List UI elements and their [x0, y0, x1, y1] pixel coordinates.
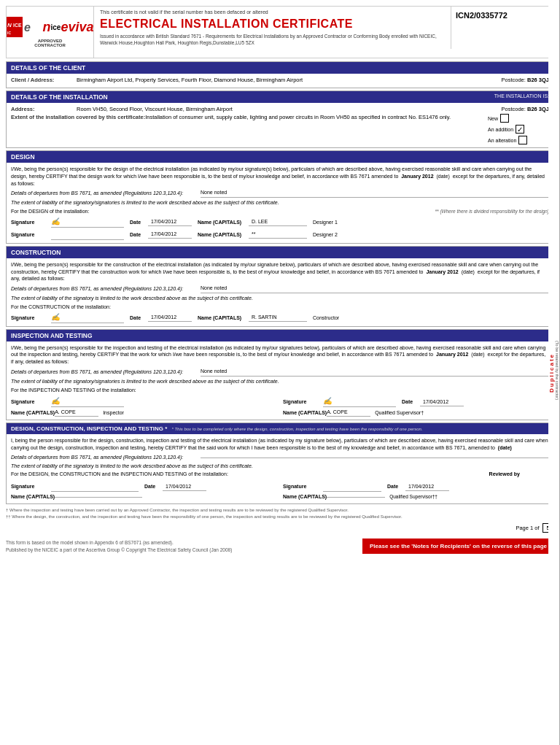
construction-sig1-row: Signature ✍ Date 17/04/2012 Name (CAPITA…: [11, 313, 549, 323]
certificate-title: ELECTRICAL INSTALLATION CERTIFICATE: [100, 18, 445, 31]
installation-address-value: Room VH50, Second Floor, Viscount House,…: [77, 106, 496, 112]
inspection-sig2-name-row: Name (CAPITALS) A. COPE Qualified Superv…: [283, 409, 549, 417]
duplicate-label: Duplicate: [548, 353, 555, 393]
installation-address-label: Address:: [11, 106, 77, 112]
inspection-sig2-date-label: Date: [402, 398, 420, 406]
construction-sig1-date-label: Date: [130, 314, 148, 322]
inspection-date-amended: January 2012: [436, 352, 468, 357]
combined-sig2-date-label: Date: [387, 483, 405, 490]
design-sig1-date-label: Date: [130, 219, 148, 226]
installation-postcode: Postcode: B26 3QJ: [502, 106, 549, 112]
logo-area: N ICE IC e n ice eviva APPROVED CONTRACT…: [7, 7, 94, 58]
design-sig2-name-label: Name (CAPITALS): [198, 231, 249, 239]
combined-sig1-name-label: Name (CAPITALS): [11, 493, 55, 501]
combined-para: I, being the person responsible for the …: [11, 437, 549, 452]
page-number-row: Page 1 of 5: [6, 523, 554, 533]
inspection-body: I/We, being the person(s) responsible fo…: [7, 341, 553, 420]
construction-for-label: For the CONSTRUCTION of the installation…: [11, 304, 111, 309]
footnote-1: † Where the inspection and testing have …: [6, 507, 554, 514]
combined-sig2-name-label: Name (CAPITALS): [283, 493, 327, 501]
inspection-departures-row: Details of departures from BS 7671, as a…: [11, 368, 549, 377]
inspection-sig1-row: Signature ✍: [11, 397, 277, 407]
installation-body: Address: Room VH50, Second Floor, Viscou…: [7, 103, 553, 147]
combined-heading: DESIGN, CONSTRUCTION, INSPECTION AND TES…: [11, 425, 167, 432]
combined-para-text: I, being the person responsible for the …: [11, 438, 548, 450]
installation-heading: DETAILS OF THE INSTALLATION: [11, 93, 108, 101]
design-sig1-name: D. LEE: [249, 218, 307, 226]
footer-right: Please see the 'Notes for Recipients' on…: [362, 539, 554, 554]
construction-liability: The extent of liability of the signatory…: [11, 295, 549, 302]
inspection-date-label: (date): [471, 352, 484, 357]
approved-contractor-label: APPROVED CONTRACTOR: [34, 39, 66, 47]
footer-left: This form is based on the model shown in…: [6, 539, 362, 554]
installation-section: DETAILS OF THE INSTALLATION The installa…: [6, 90, 554, 148]
design-sig1-date: 17/04/2012: [148, 218, 192, 226]
combined-sig2-name: [327, 497, 385, 498]
inspection-sig1-role: Inspector: [103, 409, 124, 417]
page-label: Page 1 of: [516, 525, 539, 531]
construction-sig1-name-label: Name (CAPITALS): [198, 314, 249, 322]
inspection-sig1-box: ✍: [51, 397, 124, 407]
construction-departures-value: None noted: [201, 285, 549, 293]
design-sig2-date: 17/04/2012: [148, 231, 192, 239]
construction-sig1-box: ✍: [51, 313, 124, 323]
construction-sig1-image: ✍: [51, 312, 60, 323]
header-middle: This certificate is not valid if the ser…: [94, 7, 451, 49]
design-sig2-row: Signature Date 17/04/2012 Name (CAPITALS…: [11, 230, 549, 240]
installation-is-label: The installation is:: [494, 93, 549, 99]
design-section: DESIGN I/We, being the person(s) respons…: [6, 150, 554, 244]
construction-sig1-label: Signature: [11, 314, 51, 322]
combined-date-amended: (date): [498, 445, 512, 450]
design-divided-note: ** (Where there is divided responsibilit…: [435, 208, 549, 215]
inspection-sigs-row: Signature ✍ Name (CAPITALS) A. COPE Insp…: [11, 395, 549, 417]
logo-n: n: [43, 20, 51, 35]
design-sig1-label: Signature: [11, 219, 51, 226]
footnote-2: †† Where the design, the construction, a…: [6, 514, 554, 520]
status-addition-checkbox: ✓: [516, 125, 524, 134]
svg-text:N: N: [7, 22, 12, 28]
logo-ice: ice: [51, 23, 61, 31]
status-new-checkbox: [500, 114, 509, 123]
installation-address-row: Address: Room VH50, Second Floor, Viscou…: [11, 106, 549, 112]
design-body: I/We, being the person(s) responsible fo…: [7, 163, 553, 243]
design-date-amended: January 2012: [401, 174, 433, 179]
combined-sig2-name-row: Name (CAPITALS) Qualified Supervisor††: [283, 493, 549, 501]
postcode-value: B26 3QJ: [527, 77, 549, 83]
combined-note: * This box to be completed only where th…: [171, 427, 422, 431]
combined-sig1-name: [55, 497, 142, 498]
design-date-label: (date): [436, 174, 449, 179]
inspection-sig1-image: ✍: [51, 396, 60, 406]
extent-value: Installation of consumer unit, supply ca…: [145, 114, 483, 120]
combined-departures-label: Details of departures from BS 7671, as a…: [11, 454, 201, 461]
inspection-sig2-role: Qualified Supervisor†: [375, 409, 424, 417]
installation-extent-row: Extent of the installation covered by th…: [11, 114, 549, 144]
client-postcode: Postcode: B26 3QJ: [502, 77, 549, 83]
design-departures-row: Details of departures from BS 7671, as a…: [11, 189, 549, 198]
installation-section-header: DETAILS OF THE INSTALLATION The installa…: [7, 91, 553, 103]
combined-reviewed-by: Reviewed by: [489, 471, 520, 478]
client-section-body: Client / Address: Birmingham Airport Ltd…: [7, 74, 553, 88]
header: N ICE IC e n ice eviva APPROVED CONTRACT…: [6, 6, 554, 58]
inspection-sig2-name: A. COPE: [327, 409, 370, 417]
inspection-sig1-name: A. COPE: [55, 409, 98, 417]
status-addition-label: An addition: [488, 127, 513, 132]
design-sig2-box: [51, 230, 124, 240]
header-right: ICN2/0335772: [451, 7, 553, 24]
inspection-sig2-row: Signature ✍ Date 17/04/2012: [283, 397, 549, 407]
combined-header: DESIGN, CONSTRUCTION, INSPECTION AND TES…: [7, 423, 553, 434]
construction-para: I/We, being the person(s) responsible fo…: [11, 261, 549, 282]
header-subtitle: Issued in accordance with British Standa…: [100, 33, 445, 46]
inspection-departures-label: Details of departures from BS 7671, as a…: [11, 368, 201, 376]
inspection-sig2-image: ✍: [323, 396, 332, 406]
page: N ICE IC e n ice eviva APPROVED CONTRACT…: [0, 0, 560, 745]
combined-sig1-label: Signature: [11, 483, 51, 490]
duplicate-sidebar: Duplicate (To be retained by the contrac…: [548, 0, 560, 745]
contractor-text: CONTRACTOR: [34, 43, 66, 47]
footer-left1: This form is based on the model shown in…: [6, 539, 362, 547]
design-sig1-row: Signature ✍ Date 17/04/2012 Name (CAPITA…: [11, 217, 549, 228]
status-new: New: [488, 114, 549, 123]
construction-sig1-role: Constructor: [313, 314, 357, 322]
combined-for-row: For the DESIGN, the CONSTRUCTION and the…: [11, 471, 549, 478]
combined-sig2-date: 17/04/2012: [405, 483, 449, 491]
combined-body: I, being the person responsible for the …: [7, 434, 553, 503]
